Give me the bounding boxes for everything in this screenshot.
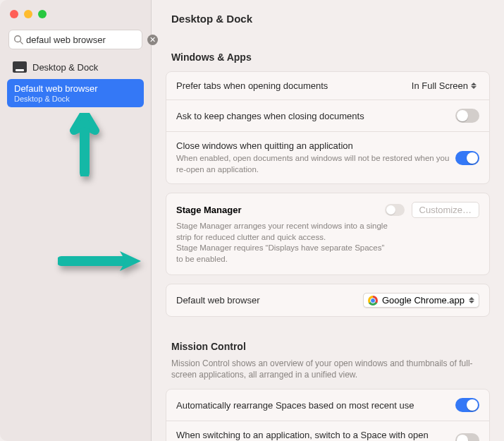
- row-label: Close windows when quitting an applicati…: [176, 140, 455, 175]
- popup-value: Google Chrome.app: [382, 295, 465, 306]
- sidebar-item-desktop-dock[interactable]: Desktop & Dock: [7, 58, 144, 76]
- stage-manager-desc: Stage Manager arranges your recent windo…: [176, 221, 388, 265]
- row-default-browser: Default web browser Google Chrome.app: [166, 284, 489, 316]
- customize-button[interactable]: Customize…: [412, 202, 479, 218]
- stage-manager-toggle[interactable]: [385, 204, 405, 216]
- panel-mission-control: Automatically rearrange Spaces based on …: [166, 389, 490, 441]
- chevron-updown-icon: [469, 297, 474, 303]
- row-prefer-tabs: Prefer tabs when opening documents In Fu…: [166, 72, 489, 100]
- chrome-icon: [368, 296, 378, 306]
- row-label: Ask to keep changes when closing documen…: [176, 111, 455, 121]
- chevron-updown-icon: [471, 83, 479, 89]
- row-label: Prefer tabs when opening documents: [176, 80, 412, 91]
- sidebar-item-label: Default web browser: [14, 83, 137, 94]
- minimize-window-icon[interactable]: [24, 10, 32, 18]
- section-desc-mission-control: Mission Control shows an overview of you…: [152, 358, 504, 385]
- clear-search-button[interactable]: ✕: [147, 35, 158, 45]
- sidebar-item-default-browser[interactable]: Default web browser Desktop & Dock: [7, 79, 144, 107]
- sidebar-item-sublabel: Desktop & Dock: [14, 95, 137, 103]
- row-switch-space: When switching to an application, switch…: [166, 421, 489, 441]
- annotation-arrow-right: [58, 247, 142, 275]
- section-title-mission-control: Mission Control: [152, 320, 504, 358]
- window-controls[interactable]: [0, 0, 151, 25]
- svg-line-1: [20, 42, 23, 44]
- switch-space-toggle[interactable]: [455, 433, 479, 441]
- panel-windows-apps: Prefer tabs when opening documents In Fu…: [166, 71, 490, 184]
- search-input[interactable]: [23, 35, 147, 45]
- popup-value: In Full Screen: [412, 80, 468, 91]
- panel-stage-manager: Stage Manager Customize… Stage Manager a…: [166, 193, 490, 275]
- ask-keep-changes-toggle[interactable]: [455, 109, 479, 123]
- prefer-tabs-popup[interactable]: In Full Screen: [412, 80, 479, 91]
- search-box[interactable]: ✕: [8, 30, 142, 49]
- annotation-arrow-up: [67, 113, 102, 176]
- page-title: Desktop & Dock: [152, 0, 504, 32]
- desktop-dock-icon: [13, 61, 27, 73]
- stage-manager-title: Stage Manager: [176, 205, 378, 215]
- row-auto-rearrange: Automatically rearrange Spaces based on …: [166, 389, 489, 421]
- close-windows-toggle[interactable]: [455, 151, 479, 165]
- search-icon: [13, 35, 23, 44]
- row-ask-keep-changes: Ask to keep changes when closing documen…: [166, 100, 489, 132]
- default-browser-popup[interactable]: Google Chrome.app: [363, 293, 479, 308]
- row-label: Automatically rearrange Spaces based on …: [176, 400, 455, 411]
- row-label: Default web browser: [176, 295, 363, 306]
- close-window-icon[interactable]: [10, 10, 18, 18]
- auto-rearrange-toggle[interactable]: [455, 398, 479, 412]
- fullscreen-window-icon[interactable]: [38, 10, 47, 18]
- sidebar-item-label: Desktop & Dock: [32, 62, 98, 73]
- row-label: When switching to an application, switch…: [176, 430, 455, 441]
- row-close-windows: Close windows when quitting an applicati…: [166, 132, 489, 183]
- panel-default-browser: Default web browser Google Chrome.app: [166, 284, 490, 317]
- section-title-windows-apps: Windows & Apps: [152, 32, 504, 68]
